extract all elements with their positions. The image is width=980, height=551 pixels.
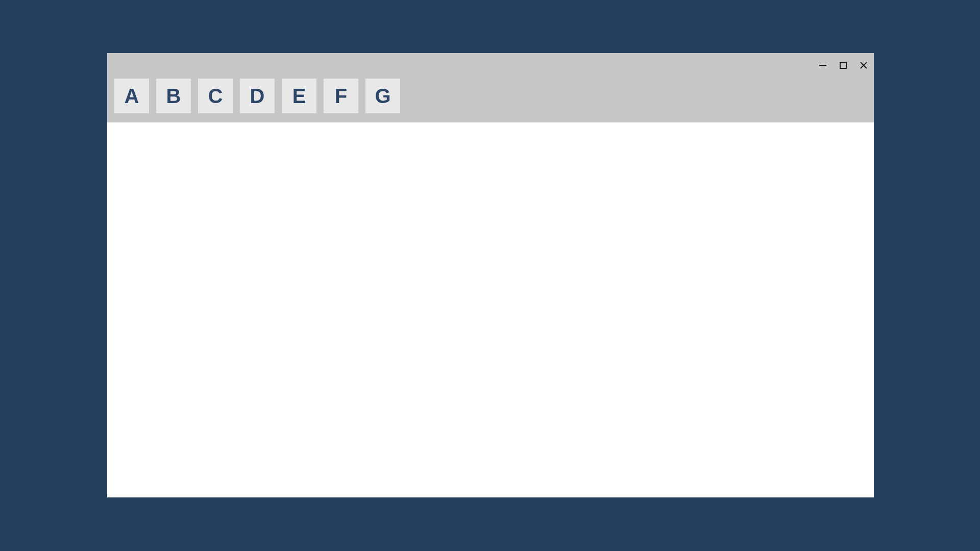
maximize-button[interactable] — [837, 59, 849, 71]
window-controls — [817, 59, 870, 71]
content-area — [107, 122, 874, 497]
close-icon — [859, 61, 868, 70]
toolbar-button-c[interactable]: C — [198, 79, 233, 113]
minimize-icon — [818, 61, 827, 70]
close-button[interactable] — [857, 59, 870, 71]
minimize-button[interactable] — [817, 59, 829, 71]
svg-rect-1 — [840, 62, 846, 68]
toolbar-button-g[interactable]: G — [365, 79, 400, 113]
toolbar-button-a[interactable]: A — [114, 79, 149, 113]
toolbar-button-e[interactable]: E — [282, 79, 316, 113]
toolbar-button-d[interactable]: D — [240, 79, 275, 113]
toolbar-button-f[interactable]: F — [324, 79, 358, 113]
maximize-icon — [839, 61, 847, 69]
titlebar: A B C D E F G — [107, 53, 874, 122]
app-window: A B C D E F G — [107, 53, 874, 497]
toolbar: A B C D E F G — [114, 79, 400, 113]
toolbar-button-b[interactable]: B — [156, 79, 191, 113]
